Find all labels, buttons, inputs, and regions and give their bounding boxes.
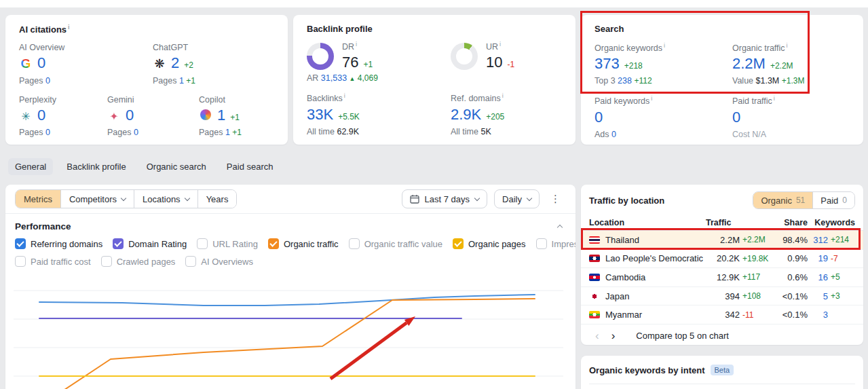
backlinks-label: Backlinksi [307,92,562,103]
ai-source-perplexity: Perplexity ✳0 Pages 0 [19,95,107,137]
table-row-cambodia[interactable]: Cambodia 12.9K +117 0.6% 16 +5 [581,268,863,287]
info-icon: i [787,42,788,49]
collapse-section-button[interactable] [554,220,566,233]
location-name: Lao People's Democratic Repub [605,253,703,263]
traffic-by-location-title: Traffic by location [589,196,664,206]
chart-controls: MetricsCompetitorsLocationsYears Last 7 … [5,185,575,213]
checkbox-icon[interactable] [15,256,26,267]
keywords-value[interactable]: 16 [810,272,828,282]
organic-traffic-value[interactable]: 2.2M [732,56,766,72]
checkbox-icon[interactable] [197,238,208,249]
prev-page-button[interactable]: ‹ [589,330,605,341]
chevron-down-icon [527,195,532,200]
checkbox-icon[interactable] [349,238,360,249]
checkbox-icon[interactable] [15,238,26,249]
table-row-myanmar[interactable]: Myanmar 342 -11 <0.1% 3 [581,305,863,325]
ai-source-value[interactable]: 0 [37,107,45,124]
compare-top5-link[interactable]: Compare top 5 on chart [636,331,729,341]
tab-paid-search[interactable]: Paid search [220,158,280,175]
top3-line: Top 3 238 +112 [595,76,850,86]
keywords-value[interactable]: 5 [810,291,828,301]
metric-checkbox-organic-pages[interactable]: Organic pages [453,238,526,249]
ur-donut-chart [451,43,478,70]
ai-source-value[interactable]: 0 [126,107,134,124]
checkbox-icon[interactable] [101,256,112,267]
annotation-arrow [331,322,407,379]
metric-label: Organic traffic value [364,239,442,249]
ai-source-copilot: Copilot 1+1 Pages 1 +1 [199,95,242,137]
more-options-button[interactable]: ⋮ [545,193,566,205]
table-row-thailand[interactable]: Thailand 2.2M +2.2M 98.4% 312 +214 [581,231,863,250]
metric-checkbox-ai-overviews[interactable]: AI Overviews [185,256,253,267]
backlink-profile-title: Backlink profile [307,24,562,34]
checkbox-icon[interactable] [453,238,464,249]
perplexity-icon: ✳ [19,110,33,124]
organic-traffic-block: Organic traffici 2.2M+2.2M Value $1.3M +… [732,42,804,86]
ai-source-label: Perplexity [19,95,107,105]
keywords-value[interactable]: 312 [810,235,828,245]
metric-checkbox-paid-traffic-cost[interactable]: Paid traffic cost [15,256,91,267]
backlink-profile-card: Backlink profile DRi 76+1 URi 10-1 [293,15,575,145]
ur-label: URi [486,41,514,52]
tab-backlink-profile[interactable]: Backlink profile [60,158,132,175]
toggle-organic[interactable]: Organic51 [753,192,812,208]
ref-domains-change: +205 [486,112,504,122]
cambodia-flag [589,274,600,281]
tab-organic-search[interactable]: Organic search [140,158,213,175]
organic-metrics-row: Organic keywordsi 373+218 Top 3 238 +112… [595,42,850,86]
ai-source-value[interactable]: 0 [37,55,45,71]
segment-metrics[interactable]: Metrics [16,190,60,208]
segment-competitors[interactable]: Competitors [60,190,134,208]
metric-checkbox-organic-traffic-value[interactable]: Organic traffic value [349,238,442,249]
metric-checkbox-domain-rating[interactable]: Domain Rating [113,238,187,249]
table-row-lao-people-s-democratic-repub[interactable]: Lao People's Democratic Repub 20.2K +19.… [581,250,863,269]
organic-keywords-value[interactable]: 373 [595,56,620,72]
info-icon: i [356,41,357,48]
paid-keywords-block: Paid keywordsi 0 Ads 0 [595,95,850,138]
metric-checkbox-impressions[interactable]: Impressions [536,238,575,249]
ai-source-value[interactable]: 1 [217,107,225,124]
dr-label: DRi [342,41,373,52]
traffic-value: 342 [706,310,740,320]
checkbox-icon[interactable] [536,238,547,249]
ai-source-label: Copilot [199,95,242,105]
domain-rating-block: DRi 76+1 [307,41,562,71]
checkbox-icon[interactable] [113,238,124,249]
paid-keywords-value[interactable]: 0 [595,109,603,126]
next-page-button[interactable]: › [605,330,622,341]
table-row-japan[interactable]: Japan 394 +108 <0.1% 5 +3 [581,287,863,306]
metric-checkbox-referring-domains[interactable]: Referring domains [15,238,102,249]
performance-chart[interactable] [5,273,575,389]
toggle-paid[interactable]: Paid0 [812,192,854,208]
metric-label: Impressions [552,239,575,249]
ai-citations-title: AI citationsi [19,24,274,35]
checkbox-icon[interactable] [268,238,279,249]
metric-label: Organic traffic [284,239,339,249]
backlinks-block: Backlinksi 33K+5.5K All time 62.9K [307,92,562,136]
segment-years[interactable]: Years [197,190,237,208]
ref-domains-value[interactable]: 2.9K [451,107,481,123]
metric-checkbox-organic-traffic[interactable]: Organic traffic [268,238,339,249]
organic-keywords-change: +218 [624,61,643,71]
share-value: 98.4% [776,235,808,245]
copilot-icon [199,108,212,122]
metric-checkbox-crawled-pages[interactable]: Crawled pages [101,256,176,267]
checkbox-icon[interactable] [185,256,196,267]
myanmar-flag [589,311,600,318]
tab-general[interactable]: General [8,158,53,175]
segment-locations[interactable]: Locations [134,190,197,208]
paid-traffic-value[interactable]: 0 [732,109,740,126]
date-range-button[interactable]: Last 7 days [402,189,488,208]
granularity-button[interactable]: Daily [494,189,540,208]
backlinks-value[interactable]: 33K [307,107,333,123]
column-keywords: Keywords [810,218,855,227]
keywords-value[interactable]: 19 [810,253,828,263]
backlinks-change: +5.5K [338,112,360,122]
ai-source-gemini: Gemini ✦0 Pages 0 [107,95,199,137]
chevron-right-icon: › [611,329,616,342]
metric-checkbox-url-rating[interactable]: URL Rating [197,238,258,249]
traffic-value: 12.9K [706,272,740,282]
keywords-change: -7 [831,254,855,263]
ai-source-value[interactable]: 2 [171,55,179,71]
keywords-value[interactable]: 3 [810,310,828,320]
